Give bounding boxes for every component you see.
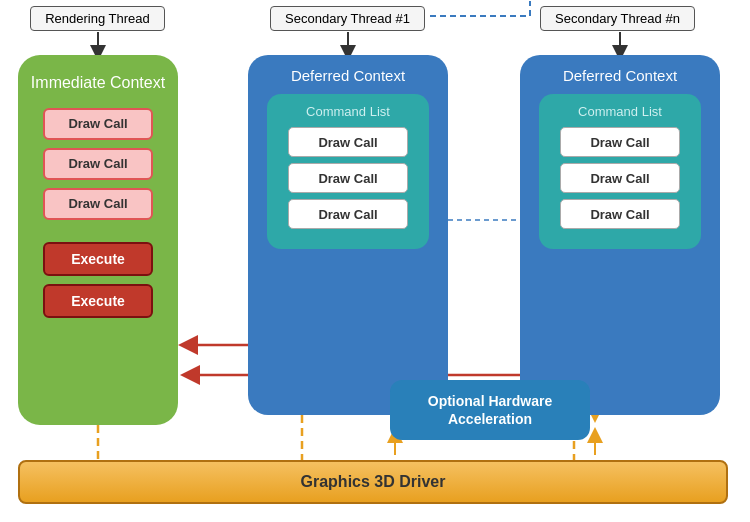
command-list-2-label: Command List — [578, 104, 662, 119]
execute-btn-2: Execute — [43, 284, 153, 318]
deferred-context-2: Deferred Context Command List Draw Call … — [520, 55, 720, 415]
command-list-1: Command List Draw Call Draw Call Draw Ca… — [267, 94, 429, 249]
command-list-1-label: Command List — [306, 104, 390, 119]
secondary-thread-n-label: Secondary Thread #n — [540, 6, 695, 31]
execute-btn-1: Execute — [43, 242, 153, 276]
rendering-thread-label: Rendering Thread — [30, 6, 165, 31]
deferred-context-1-label: Deferred Context — [248, 67, 448, 84]
immediate-context: Immediate Context Draw Call Draw Call Dr… — [18, 55, 178, 425]
hw-accel-badge: Optional HardwareAcceleration — [390, 380, 590, 440]
secondary-thread-1-label: Secondary Thread #1 — [270, 6, 425, 31]
draw-call-1: Draw Call — [43, 108, 153, 140]
deferred-draw-call-2b: Draw Call — [560, 163, 680, 193]
immediate-context-label: Immediate Context — [31, 73, 165, 94]
graphics-driver-label: Graphics 3D Driver — [301, 473, 446, 491]
draw-call-2: Draw Call — [43, 148, 153, 180]
deferred-draw-call-2a: Draw Call — [560, 127, 680, 157]
deferred-draw-call-1c: Draw Call — [288, 199, 408, 229]
command-list-2: Command List Draw Call Draw Call Draw Ca… — [539, 94, 701, 249]
deferred-draw-call-2c: Draw Call — [560, 199, 680, 229]
diagram: Rendering Thread Secondary Thread #1 Sec… — [0, 0, 750, 522]
deferred-draw-call-1a: Draw Call — [288, 127, 408, 157]
deferred-context-1: Deferred Context Command List Draw Call … — [248, 55, 448, 415]
deferred-draw-call-1b: Draw Call — [288, 163, 408, 193]
deferred-context-2-label: Deferred Context — [520, 67, 720, 84]
graphics-driver-bar: Graphics 3D Driver — [18, 460, 728, 504]
draw-call-3: Draw Call — [43, 188, 153, 220]
